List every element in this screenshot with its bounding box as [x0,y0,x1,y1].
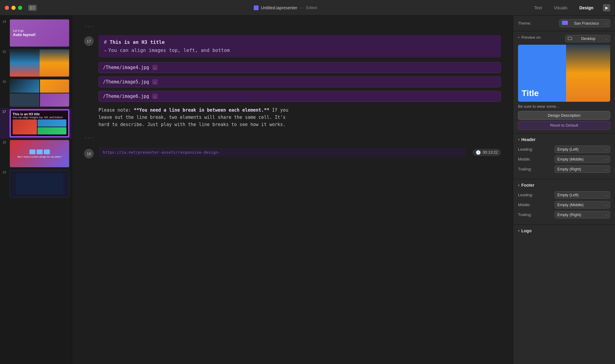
footer-middle-value: Empty (Middle) [557,203,583,207]
footer-middle-select[interactable]: Empty (Middle) ⌄ [555,201,610,209]
title-separator: — [300,5,304,10]
header-leading-select[interactable]: Empty (Left) ⌄ [555,146,610,153]
image-dropdown-1[interactable]: /Theme/image4.jpg ⌄ [98,62,501,73]
theme-chevron-icon: ⌄ [605,22,607,25]
text-block[interactable]: Please note: **You need a line break in … [98,107,291,128]
slide-num-15: 15 [2,49,7,53]
titlebar: Untitled.iapresenter — Edited Text Visua… [0,0,615,16]
header-chevron-icon: ▾ [518,138,520,141]
slide17-subtext: You can align images top, left, and bott… [13,116,66,119]
header-section: ▾ Header Leading: Empty (Left) ⌄ Middle:… [513,134,615,179]
timer-badge: 🕐 00:13:22 [473,149,501,156]
editor-dots-top: --- [84,22,501,30]
image-dropdown-2-value: /Theme/image5.jpg [103,79,149,85]
tab-design[interactable]: Design [577,4,596,11]
preview-section: ▾ Preview on Desktop ⌄ Title Be sur [513,31,615,134]
text-bold: **You need a line break in between each … [134,107,269,113]
right-panel: Theme: San Francisco ⌄ ▾ Preview on [513,16,615,364]
design-description-button[interactable]: Design Description [518,111,610,120]
text-block-container: Please note: **You need a line break in … [84,107,501,128]
slide-item-16[interactable]: 16 [0,78,72,108]
slide17-img1 [13,119,37,134]
footer-trailing-label: Trailing: [518,212,539,217]
preview-thumb-left: Title [518,45,569,102]
tab-text[interactable]: Text [532,4,544,11]
clock-icon: 🕐 [476,150,481,155]
header-trailing-select[interactable]: Empty (Right) ⌄ [555,165,610,173]
header-middle-label: Middle: [518,157,539,161]
footer-trailing-row: Trailing: Empty (Right) ⌄ [518,211,610,218]
header-section-toggle[interactable]: ▾ Header [518,137,610,142]
slide-item-18[interactable]: 18 "But I need a certain design for my s… [0,139,72,169]
header-middle-select[interactable]: Empty (Middle) ⌄ [555,155,610,163]
slide18-text: "But I need a certain design for my slid… [17,155,62,158]
slide-item-17[interactable]: 17 This is an H3 title You can align ima… [0,108,72,139]
footer-section-toggle[interactable]: ▾ Footer [518,183,610,188]
preview-thumb-right [566,45,610,102]
preview-thumbnail: Title [518,45,610,102]
preview-device-select[interactable]: Desktop ⌄ [565,35,610,42]
logo-section-title: Logo [521,228,532,233]
timer-value: 00:13:22 [483,150,498,155]
slide-num-14: 14 [2,19,7,23]
header-trailing-row: Trailing: Empty (Right) ⌄ [518,165,610,173]
footer-section: ▾ Footer Leading: Empty (Left) ⌄ Middle:… [513,179,615,224]
block-num-18: 18 [84,149,94,158]
slide14-text1: Let it go [13,29,66,32]
tab-visuals[interactable]: Visuals [551,4,570,11]
preview-on-text: Preview on [521,35,541,40]
slide14-text2: Auto layout! [13,32,66,37]
window-controls [5,6,22,10]
play-button[interactable]: ▶ [603,4,610,11]
header-middle-row: Middle: Empty (Middle) ⌄ [518,155,610,163]
slide-thumb-14: Let it go Auto layout! [10,19,69,47]
close-btn[interactable] [5,6,9,10]
header-trailing-chevron-icon: ⌄ [605,167,607,171]
theme-row: Theme: San Francisco ⌄ [518,19,610,27]
slide-thumb-15 [10,49,69,77]
edit-status: Edited [306,5,317,10]
image-dropdown-3[interactable]: /Theme/image6.jpg ⌄ [98,91,501,102]
titlebar-tabs: Text Visuals Design ▶ [532,4,610,11]
reset-default-button[interactable]: Reset to Default [518,121,610,130]
doc-title: Untitled.iapresenter [261,5,297,10]
logo-section: ▾ Logo [513,225,615,240]
footer-trailing-select[interactable]: Empty (Right) ⌄ [555,211,610,218]
image-dropdown-2[interactable]: /Theme/image5.jpg ⌄ [98,77,501,87]
slide-item-14[interactable]: 14 Let it go Auto layout! [0,18,72,48]
arrow-right-icon: → [104,48,106,53]
url-bar[interactable]: https://ia.net/presenter-assets/responsi… [98,148,465,157]
slide17-imgs-right [38,119,66,134]
chevron-down-icon-1: ⌄ [152,65,158,70]
image-dropdown-1-value: /Theme/image4.jpg [103,65,149,70]
footer-chevron-icon: ▾ [518,184,520,187]
footer-trailing-chevron-icon: ⌄ [605,213,607,216]
slide-item-15[interactable]: 15 [0,48,72,78]
footer-leading-value: Empty (Left) [557,193,579,197]
minimize-btn[interactable] [11,6,16,10]
slide-item-19[interactable]: 19 [0,169,72,199]
sidebar-toggle[interactable] [28,5,37,11]
theme-select[interactable]: San Francisco ⌄ [559,19,610,27]
svg-rect-2 [32,8,35,8]
h3-block[interactable]: This is an H3 title → You can align imag… [98,35,501,57]
preview-chevron-down-icon: ⌄ [605,37,607,40]
block-num-17: 17 [84,36,94,46]
preview-device-value: Desktop [581,36,595,41]
maximize-btn[interactable] [18,6,22,10]
logo-section-toggle[interactable]: ▾ Logo [518,228,610,233]
footer-leading-chevron-icon: ⌄ [605,193,607,197]
slide-num-17: 17 [2,109,7,113]
header-leading-label: Leading: [518,147,539,152]
svg-rect-3 [32,9,35,9]
slide-thumb-17: This is an H3 title You can align images… [10,109,69,137]
slide-thumb-19 [10,170,69,197]
preview-on-label[interactable]: ▾ Preview on [518,35,541,40]
footer-leading-label: Leading: [518,193,539,197]
slide19-content [16,173,63,194]
header-leading-chevron-icon: ⌄ [605,148,607,151]
h3-sub: → You can align images top, left, and bo… [104,47,495,53]
theme-section: Theme: San Francisco ⌄ [513,16,615,31]
footer-leading-select[interactable]: Empty (Left) ⌄ [555,191,610,199]
preview-toggle-row: ▾ Preview on Desktop ⌄ [518,35,610,42]
